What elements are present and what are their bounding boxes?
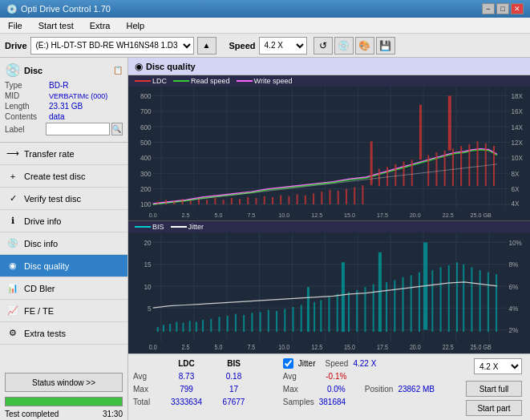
svg-rect-141 <box>251 313 253 333</box>
total-bis-val: 67677 <box>212 398 256 406</box>
svg-rect-133 <box>189 321 191 333</box>
svg-rect-84 <box>448 95 451 150</box>
samples-row: Samples 381684 <box>283 395 463 408</box>
svg-rect-76 <box>386 167 388 186</box>
svg-text:4X: 4X <box>511 200 519 208</box>
color-button[interactable]: 🎨 <box>355 37 374 55</box>
svg-text:15: 15 <box>144 260 152 269</box>
svg-text:2%: 2% <box>508 326 518 335</box>
svg-text:25.0 GB: 25.0 GB <box>471 344 492 352</box>
drive-label: Drive <box>5 41 27 50</box>
svg-rect-91 <box>128 232 530 352</box>
nav-transfer-rate[interactable]: ⟶ Transfer rate <box>0 143 127 165</box>
titlebar-title: 💿 Opti Drive Control 1.70 <box>6 4 111 14</box>
app-title: Opti Drive Control 1.70 <box>21 4 111 14</box>
svg-rect-150 <box>320 301 322 333</box>
svg-rect-158 <box>378 252 382 332</box>
nav-disc-quality[interactable]: ◉ Disc quality <box>0 255 127 277</box>
samples-label: Samples <box>283 398 314 406</box>
svg-text:5: 5 <box>148 304 152 313</box>
sidebar: 💿 Disc 📋 Type BD-R MID VERBATIMc (000) L… <box>0 58 128 420</box>
eject-button[interactable]: ▲ <box>197 37 216 55</box>
disc-label-input[interactable] <box>46 123 110 135</box>
nav-disc-info[interactable]: 💿 Disc info <box>0 232 127 255</box>
menu-file[interactable]: File <box>3 19 27 32</box>
fe-te-icon: 📈 <box>6 305 19 317</box>
speed-dropdown[interactable]: 4.2 X <box>474 358 522 374</box>
save-button[interactable]: 💾 <box>376 37 395 55</box>
disc-button[interactable]: 💿 <box>334 37 354 55</box>
svg-rect-165 <box>431 270 433 332</box>
menu-help[interactable]: Help <box>121 19 149 32</box>
nav-cd-bler[interactable]: 📊 CD Bler <box>0 277 127 300</box>
svg-rect-77 <box>394 164 396 186</box>
disc-quality-icon: ◉ <box>6 260 19 273</box>
speed-label: Speed <box>229 41 256 50</box>
nav-items: ⟶ Transfer rate + Create test disc ✓ Ver… <box>0 143 127 370</box>
ldc-legend-item: LDC <box>135 77 167 85</box>
disc-label-label: Label <box>5 125 44 134</box>
nav-create-test-disc[interactable]: + Create test disc <box>0 165 127 188</box>
nav-extra-tests[interactable]: ⚙ Extra tests <box>0 322 127 345</box>
avg-jitter-val: -0.1% <box>314 372 358 381</box>
menu-extra[interactable]: Extra <box>85 19 115 32</box>
svg-rect-155 <box>356 290 358 332</box>
svg-text:2.5: 2.5 <box>182 344 190 352</box>
svg-rect-168 <box>456 262 458 332</box>
svg-rect-85 <box>452 148 454 186</box>
nav-fe-te[interactable]: 📈 FE / TE <box>0 300 127 322</box>
svg-text:12.5: 12.5 <box>311 212 322 219</box>
titlebar-controls: − □ ✕ <box>482 3 524 14</box>
svg-text:8X: 8X <box>511 169 519 178</box>
svg-rect-57 <box>231 198 233 204</box>
jitter-legend-item: Jitter <box>171 223 204 231</box>
svg-text:6%: 6% <box>508 282 518 291</box>
svg-rect-132 <box>182 323 184 332</box>
svg-text:10: 10 <box>144 282 152 291</box>
svg-rect-153 <box>342 262 345 332</box>
minimize-button[interactable]: − <box>482 3 495 14</box>
nav-disc-info-label: Disc info <box>24 239 58 248</box>
bottom-chart: BIS Jitter <box>128 221 530 353</box>
svg-rect-59 <box>247 197 249 204</box>
svg-rect-149 <box>314 302 315 332</box>
nav-verify-test-disc[interactable]: ✓ Verify test disc <box>0 188 127 210</box>
disc-panel: 💿 Disc 📋 Type BD-R MID VERBATIMc (000) L… <box>0 58 127 143</box>
svg-rect-136 <box>210 319 212 332</box>
stats-headers: LDC BIS <box>133 357 283 370</box>
svg-rect-65 <box>297 194 298 204</box>
maximize-button[interactable]: □ <box>496 3 509 14</box>
start-part-button[interactable]: Start part <box>466 400 522 416</box>
bis-legend-color <box>135 226 151 228</box>
close-button[interactable]: ✕ <box>511 3 524 14</box>
speed-select[interactable]: 4.2 X <box>259 37 307 55</box>
label-search-button[interactable]: 🔍 <box>111 123 123 135</box>
svg-text:6X: 6X <box>511 185 519 194</box>
status-window-button[interactable]: Status window >> <box>5 373 123 392</box>
stats-bar: LDC BIS Avg 8.73 0.18 Max 799 17 Total 3… <box>128 353 530 420</box>
avg-bis-val: 0.18 <box>212 372 256 381</box>
svg-rect-152 <box>337 294 338 332</box>
drive-select[interactable]: (E:) HL-DT-ST BD-RE WH16NS48 1.D3 <box>30 37 194 55</box>
refresh-button[interactable]: ↺ <box>314 37 333 55</box>
menu-starttest[interactable]: Start test <box>34 19 79 32</box>
svg-rect-169 <box>463 265 464 332</box>
svg-rect-70 <box>338 191 339 204</box>
status-text-row: Test completed 31:30 <box>0 408 127 420</box>
svg-rect-64 <box>288 196 289 204</box>
svg-text:2.5: 2.5 <box>182 212 190 219</box>
svg-rect-156 <box>364 287 366 332</box>
svg-rect-134 <box>196 322 197 332</box>
content-area: ◉ Disc quality LDC Read speed <box>128 58 530 420</box>
nav-create-test-disc-label: Create test disc <box>24 172 85 181</box>
start-full-button[interactable]: Start full <box>466 381 522 397</box>
create-test-disc-icon: + <box>6 170 19 183</box>
disc-length-row: Length 23.31 GB <box>5 102 123 111</box>
svg-text:15.0: 15.0 <box>344 344 355 352</box>
readspeed-legend-label: Read speed <box>191 77 230 85</box>
nav-drive-info[interactable]: ℹ Drive info <box>0 210 127 232</box>
nav-drive-info-label: Drive info <box>24 216 61 226</box>
disc-info-icon: 💿 <box>6 237 19 250</box>
jitter-checkbox[interactable] <box>283 358 293 369</box>
writespeed-legend-label: Write speed <box>254 77 293 85</box>
